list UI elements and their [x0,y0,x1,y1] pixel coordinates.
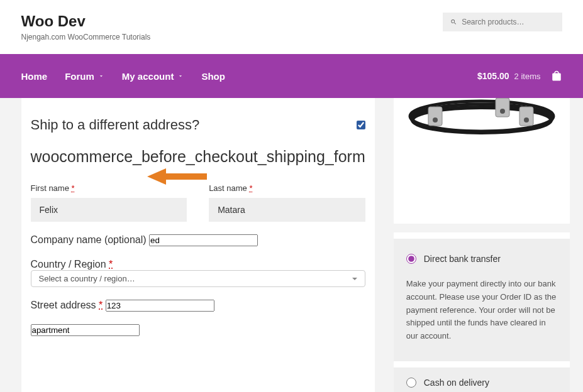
product-image [394,98,570,224]
payment-methods: Direct bank transfer Make your payment d… [394,239,570,361]
street-label: Street address * [31,300,103,310]
branding: Woo Dev Njengah.com WooCommerce Tutorial… [21,13,151,41]
payment-radio-bank[interactable] [406,254,416,264]
payment-label-cod[interactable]: Cash on delivery [424,378,489,388]
search-icon [450,18,457,26]
shipping-form: Ship to a different address? woocommerce… [21,98,375,392]
cart-icon [551,70,562,82]
ship-heading: Ship to a different address? [31,117,200,133]
country-label: Country / Region * [31,259,113,270]
site-tagline: Njengah.com WooCommerce Tutorials [21,33,151,41]
nav-item-home[interactable]: Home [21,71,48,82]
payment-desc-bank: Make your payment directly into our bank… [406,266,557,348]
site-title[interactable]: Woo Dev [21,13,151,30]
country-select[interactable]: Select a country / region… [31,270,365,287]
svg-rect-7 [519,107,533,126]
cart-total: $105.00 [477,71,509,81]
street-input[interactable] [106,300,214,312]
nav-item-forum[interactable]: Forum [65,71,104,82]
payment-radio-cod[interactable] [406,378,416,388]
search-input[interactable] [462,18,554,26]
svg-point-4 [433,117,438,122]
chevron-down-icon [98,73,104,79]
cart-items: 2 items [514,72,541,81]
apartment-input[interactable] [31,324,140,336]
svg-point-8 [524,117,529,122]
nav-item-myaccount[interactable]: My account [122,71,184,82]
first-name-input[interactable] [31,198,187,222]
sidebar: Direct bank transfer Make your payment d… [394,98,570,392]
last-name-label: Last name * [209,183,365,193]
ship-different-checkbox[interactable] [357,121,365,129]
company-input[interactable] [149,234,258,246]
last-name-input[interactable] [209,198,365,222]
svg-point-6 [500,109,505,114]
site-header: Woo Dev Njengah.com WooCommerce Tutorial… [0,0,583,54]
svg-rect-5 [496,98,509,117]
payment-label-bank[interactable]: Direct bank transfer [424,254,501,264]
company-label: Company name (optional) [31,234,147,245]
annotation-arrow-icon [147,167,210,192]
svg-rect-3 [428,107,442,126]
hook-label: woocommerce_before_checkout_shipping_for… [31,146,365,168]
search-box[interactable] [443,13,562,31]
caret-down-icon [352,278,357,280]
cart-link[interactable]: $105.00 2 items [477,70,562,82]
nav-item-shop[interactable]: Shop [201,71,225,82]
main-nav: Home Forum My account Shop $105.00 2 ite… [0,54,583,98]
chevron-down-icon [177,73,184,79]
payment-methods-2: Cash on delivery [394,368,570,392]
